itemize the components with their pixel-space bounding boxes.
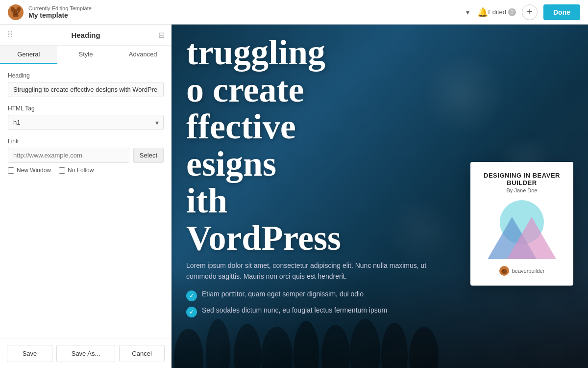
link-field-group: Link Select New Window No Follow	[8, 138, 164, 174]
canvas: truggling o create ffective esigns ith V…	[172, 25, 588, 368]
panel-drag-handle[interactable]: ⠿ Heading ⊟	[0, 25, 172, 46]
bell-icon[interactable]: 🔔	[477, 7, 488, 18]
heading-panel: ⠿ Heading ⊟ General Style Advanced Headi…	[0, 25, 172, 368]
book-author: By Jane Doe	[507, 187, 538, 193]
beaverbuilder-brand-text: beaverbuilder	[512, 268, 545, 274]
save-as-button[interactable]: Save As...	[56, 345, 115, 362]
hero-line-3: ffective	[186, 108, 341, 146]
svg-point-9	[18, 12, 21, 16]
panel-tabs: General Style Advanced	[0, 46, 172, 64]
edited-status: Edited ?	[488, 8, 516, 16]
html-tag-select[interactable]: h1 h2 h3 h4 h5 h6 div p	[8, 115, 164, 130]
checklist-item-1: Etiam porttitor, quam eget semper dignis…	[202, 290, 364, 298]
book-triangle-pink-shape	[507, 217, 556, 259]
body-content-area: Lorem ipsum dolor sit amet, consectetur …	[186, 260, 451, 368]
save-button[interactable]: Save	[7, 345, 52, 362]
html-tag-select-wrapper: h1 h2 h3 h4 h5 h6 div p	[8, 115, 164, 130]
link-row: Select	[8, 148, 164, 163]
heading-field-group: Heading	[8, 72, 164, 97]
html-tag-field-group: HTML Tag h1 h2 h3 h4 h5 h6 div p	[8, 105, 164, 130]
app-logo	[8, 4, 24, 20]
help-icon[interactable]: ?	[508, 8, 516, 16]
book-logo: beaverbuilder	[499, 266, 545, 276]
no-follow-checkbox-label[interactable]: No Follow	[59, 167, 94, 174]
body-text: Lorem ipsum dolor sit amet, consectetur …	[186, 260, 451, 282]
topbar: Currently Editing Template My template ▾…	[0, 0, 588, 25]
book-card: DESIGNING IN BEAVER BUILDER By Jane Doe	[470, 162, 573, 286]
heading-field-label: Heading	[8, 72, 164, 79]
link-input-wrap	[8, 148, 129, 163]
topbar-title-group: Currently Editing Template My template	[28, 5, 462, 19]
topbar-right: Edited ? + Done	[488, 4, 580, 20]
panel-title: Heading	[71, 31, 100, 39]
cancel-button[interactable]: Cancel	[119, 345, 165, 362]
book-title: DESIGNING IN BEAVER BUILDER	[478, 172, 565, 186]
hero-line-1: truggling	[186, 34, 341, 72]
select-button[interactable]: Select	[133, 148, 164, 163]
checklist: ✓ Etiam porttitor, quam eget semper dign…	[186, 290, 451, 317]
new-window-checkbox-label[interactable]: New Window	[8, 167, 51, 174]
list-item: ✓ Sed sodales dictum nunc, eu fougiat le…	[186, 306, 451, 317]
svg-point-11	[501, 269, 507, 274]
list-item: ✓ Etiam porttitor, quam eget semper dign…	[186, 290, 451, 301]
svg-point-15	[505, 270, 506, 270]
template-name: My template	[28, 11, 462, 19]
dropdown-icon[interactable]: ▾	[466, 8, 469, 16]
canvas-background: truggling o create ffective esigns ith V…	[172, 25, 588, 368]
checklist-item-2: Sed sodales dictum nunc, eu fougiat lect…	[202, 306, 387, 314]
link-label: Link	[8, 138, 164, 145]
plus-button[interactable]: +	[522, 4, 538, 20]
editing-label: Currently Editing Template	[28, 5, 462, 11]
hero-line-4: esigns	[186, 146, 341, 183]
check-icon-1: ✓	[186, 290, 197, 301]
checkbox-row: New Window No Follow	[8, 167, 164, 174]
done-button[interactable]: Done	[543, 4, 580, 20]
svg-point-8	[10, 12, 13, 16]
heading-input[interactable]	[8, 82, 164, 97]
no-follow-checkbox[interactable]	[59, 167, 65, 174]
svg-point-14	[503, 270, 503, 270]
tab-general[interactable]: General	[0, 46, 57, 64]
drag-dots-icon: ⠿	[7, 29, 13, 40]
beaverbuilder-logo-icon	[499, 266, 509, 276]
html-tag-label: HTML Tag	[8, 105, 164, 112]
book-graphic	[488, 200, 556, 259]
collapse-icon[interactable]: ⊟	[158, 30, 165, 40]
panel-footer: Save Save As... Cancel	[0, 339, 172, 368]
new-window-checkbox[interactable]	[8, 167, 14, 174]
tab-advanced[interactable]: Advanced	[114, 46, 172, 64]
check-icon-2: ✓	[186, 307, 197, 317]
tab-style[interactable]: Style	[57, 46, 115, 64]
main-layout: ⠿ Heading ⊟ General Style Advanced Headi…	[0, 25, 588, 368]
hero-line-2: o create	[186, 72, 341, 109]
hero-line-5: ith	[186, 183, 341, 220]
panel-body: Heading HTML Tag h1 h2 h3 h4 h5 h6 div p	[0, 64, 172, 339]
canvas-content: truggling o create ffective esigns ith V…	[172, 25, 588, 368]
link-input[interactable]	[8, 148, 129, 163]
hero-line-6: VordPress	[186, 220, 341, 257]
hero-heading: truggling o create ffective esigns ith V…	[186, 34, 341, 257]
